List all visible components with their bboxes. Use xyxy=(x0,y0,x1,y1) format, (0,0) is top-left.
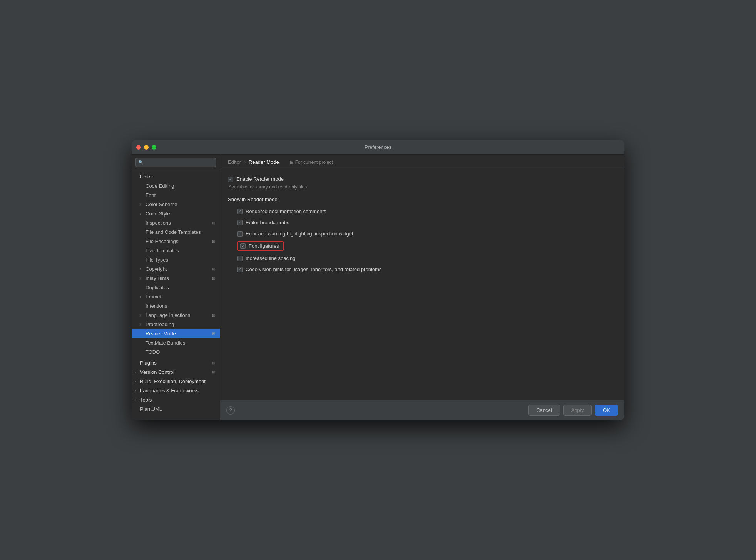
inlay-hints-icon: ⊞ xyxy=(211,276,217,280)
sidebar-item-build-execution[interactable]: › Build, Execution, Deployment xyxy=(132,377,220,386)
sidebar-item-inlay-hints[interactable]: › Inlay Hints ⊞ xyxy=(132,273,220,283)
reader-mode-icon: ⊞ xyxy=(211,332,217,336)
breadcrumb-separator: › xyxy=(244,160,246,165)
search-input[interactable] xyxy=(145,160,213,165)
rendered-docs-checkbox[interactable] xyxy=(237,209,243,214)
breadcrumb-child: Reader Mode xyxy=(249,159,279,165)
breadcrumb-parent: Editor xyxy=(228,159,241,165)
enable-reader-mode-checkbox[interactable] xyxy=(228,177,233,182)
sidebar-item-duplicates[interactable]: Duplicates xyxy=(132,283,220,292)
window-title: Preferences xyxy=(365,144,391,150)
option-code-vision: Code vision hints for usages, inheritors… xyxy=(228,265,617,274)
plugins-icon: ⊞ xyxy=(211,361,217,365)
rendered-docs-label: Rendered documentation comments xyxy=(246,208,326,214)
bottom-bar: ? Cancel Apply OK xyxy=(220,400,624,420)
search-wrapper[interactable]: 🔍 xyxy=(135,158,216,167)
for-current-project-icon: ⊞ xyxy=(290,160,294,165)
editor-breadcrumbs-checkbox[interactable] xyxy=(237,220,243,225)
sidebar-item-file-encodings[interactable]: File Encodings ⊞ xyxy=(132,237,220,246)
sidebar-item-plugins: Plugins ⊞ xyxy=(132,358,220,367)
sidebar-item-font[interactable]: Font xyxy=(132,190,220,200)
font-ligatures-highlighted: Font ligatures xyxy=(237,241,284,251)
sidebar-item-code-editing[interactable]: Code Editing xyxy=(132,181,220,190)
sidebar-item-textmate-bundles[interactable]: TextMate Bundles xyxy=(132,338,220,347)
sidebar-tree: Editor Code Editing Font › Color Scheme xyxy=(132,170,220,420)
help-button[interactable]: ? xyxy=(226,406,235,415)
sidebar-item-inspections[interactable]: Inspections ⊞ xyxy=(132,218,220,227)
cancel-button[interactable]: Cancel xyxy=(528,405,560,416)
increased-line-spacing-label: Increased line spacing xyxy=(246,255,295,261)
code-vision-label: Code vision hints for usages, inheritors… xyxy=(246,267,381,272)
reader-mode-subtitle: Available for library and read-only file… xyxy=(228,184,617,190)
panel-header: Editor › Reader Mode ⊞ For current proje… xyxy=(220,155,624,168)
error-warning-checkbox[interactable] xyxy=(237,231,243,237)
copyright-icon: ⊞ xyxy=(211,267,217,271)
titlebar: Preferences xyxy=(132,140,624,155)
option-rendered-docs: Rendered documentation comments xyxy=(228,207,617,216)
sidebar-item-emmet[interactable]: › Emmet xyxy=(132,292,220,301)
sidebar-item-color-scheme[interactable]: › Color Scheme xyxy=(132,200,220,209)
search-icon: 🔍 xyxy=(138,160,144,165)
preferences-window: Preferences 🔍 Editor Code Edit xyxy=(132,140,624,420)
error-warning-label: Error and warning highlighting, inspecti… xyxy=(246,231,353,237)
apply-button[interactable]: Apply xyxy=(563,405,592,416)
ok-button[interactable]: OK xyxy=(595,405,618,416)
traffic-lights xyxy=(136,145,156,150)
sidebar-item-plantuml[interactable]: PlantUML xyxy=(132,404,220,413)
sidebar-item-intentions[interactable]: Intentions xyxy=(132,301,220,310)
increased-line-spacing-checkbox[interactable] xyxy=(237,256,243,261)
font-ligatures-label: Font ligatures xyxy=(249,243,279,249)
enable-reader-mode-label: Enable Reader mode xyxy=(236,176,284,182)
sidebar-item-reader-mode[interactable]: Reader Mode ⊞ xyxy=(132,329,220,338)
sidebar-item-tools[interactable]: › Tools xyxy=(132,395,220,404)
maximize-button[interactable] xyxy=(152,145,156,150)
search-bar: 🔍 xyxy=(132,155,220,170)
inspections-icon: ⊞ xyxy=(211,221,217,225)
font-ligatures-wrapper: Font ligatures xyxy=(228,241,617,251)
sidebar-item-todo[interactable]: TODO xyxy=(132,347,220,357)
option-editor-breadcrumbs: Editor breadcrumbs xyxy=(228,218,617,227)
sidebar-item-copyright[interactable]: › Copyright ⊞ xyxy=(132,264,220,273)
sidebar-item-code-style[interactable]: › Code Style xyxy=(132,209,220,218)
code-vision-checkbox[interactable] xyxy=(237,267,243,272)
for-current-project: ⊞ For current project xyxy=(290,160,333,165)
sidebar: 🔍 Editor Code Editing Font xyxy=(132,155,220,420)
sidebar-item-file-and-code-templates[interactable]: File and Code Templates xyxy=(132,227,220,237)
sidebar-item-proofreading[interactable]: › Proofreading xyxy=(132,320,220,329)
sidebar-item-languages-frameworks[interactable]: › Languages & Frameworks xyxy=(132,386,220,395)
sidebar-item-language-injections[interactable]: › Language Injections ⊞ xyxy=(132,310,220,320)
option-error-warning: Error and warning highlighting, inspecti… xyxy=(228,229,617,238)
options-container: Rendered documentation comments Editor b… xyxy=(228,207,617,274)
sidebar-item-version-control[interactable]: › Version Control ⊞ xyxy=(132,367,220,377)
language-injections-icon: ⊞ xyxy=(211,313,217,317)
option-increased-line-spacing: Increased line spacing xyxy=(228,254,617,263)
close-button[interactable] xyxy=(136,145,141,150)
sidebar-item-editor: Editor xyxy=(132,172,220,181)
main-panel: Editor › Reader Mode ⊞ For current proje… xyxy=(220,155,624,420)
sidebar-item-file-types[interactable]: File Types xyxy=(132,255,220,264)
editor-breadcrumbs-label: Editor breadcrumbs xyxy=(246,220,289,225)
content-area: 🔍 Editor Code Editing Font xyxy=(132,155,624,420)
minimize-button[interactable] xyxy=(144,145,149,150)
version-control-icon: ⊞ xyxy=(211,370,217,374)
font-ligatures-checkbox[interactable] xyxy=(240,243,246,249)
panel-body: Enable Reader mode Available for library… xyxy=(220,168,624,400)
enable-reader-mode-row: Enable Reader mode xyxy=(228,176,617,182)
show-in-label: Show in Reader mode: xyxy=(228,197,617,202)
sidebar-item-live-templates[interactable]: Live Templates xyxy=(132,246,220,255)
file-encodings-icon: ⊞ xyxy=(211,239,217,243)
action-buttons: Cancel Apply OK xyxy=(528,405,618,416)
